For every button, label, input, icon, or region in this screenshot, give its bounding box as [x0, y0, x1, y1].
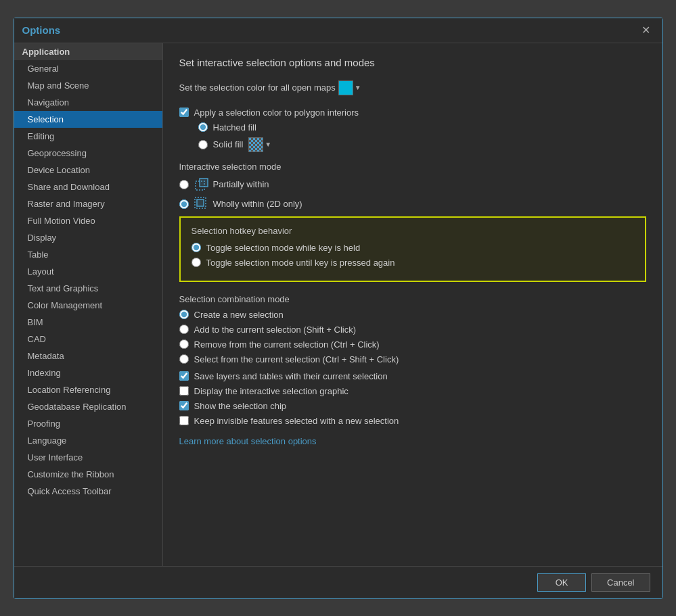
hotkey-option2-row: Toggle selection mode until key is press…	[191, 258, 634, 268]
dialog-title: Options	[22, 24, 61, 36]
show-chip-checkbox[interactable]	[179, 401, 189, 410]
sidebar-item-proofing[interactable]: Proofing	[14, 415, 162, 432]
main-content: Set interactive selection options and mo…	[163, 43, 662, 566]
ok-button[interactable]: OK	[537, 573, 586, 592]
sidebar-section-header-application: Application	[14, 43, 162, 60]
hotkey-option1-row: Toggle selection mode while key is held	[191, 243, 634, 253]
section-title: Set interactive selection options and mo…	[179, 57, 646, 68]
learn-more-link[interactable]: Learn more about selection options	[179, 436, 317, 446]
combo-option3-radio[interactable]	[179, 354, 189, 364]
save-layers-row: Save layers and tables with their curren…	[179, 371, 646, 381]
sidebar-item-color-management[interactable]: Color Management	[14, 297, 162, 314]
sidebar-item-language[interactable]: Language	[14, 432, 162, 449]
partially-within-radio[interactable]	[179, 180, 189, 189]
svg-rect-3	[197, 199, 204, 206]
hotkey-option1-radio[interactable]	[191, 243, 201, 252]
display-graphic-row: Display the interactive selection graphi…	[179, 386, 646, 396]
solid-fill-swatch[interactable]	[248, 137, 263, 152]
polygon-interiors-checkbox[interactable]	[179, 108, 189, 117]
hotkey-box-title: Selection hotkey behavior	[191, 226, 634, 236]
sidebar-item-text-and-graphics[interactable]: Text and Graphics	[14, 280, 162, 297]
solid-fill-row: Solid fill ▼	[179, 137, 646, 152]
sidebar-item-location-referencing[interactable]: Location Referencing	[14, 381, 162, 398]
sidebar-item-full-motion-video[interactable]: Full Motion Video	[14, 212, 162, 229]
solid-fill-swatch-container: ▼	[248, 137, 271, 152]
selection-color-row: Set the selection color for all open map…	[179, 80, 646, 95]
dialog-body: Application General Map and Scene Naviga…	[14, 43, 662, 566]
sidebar-item-device-location[interactable]: Device Location	[14, 162, 162, 179]
sidebar-item-bim[interactable]: BIM	[14, 314, 162, 331]
interactive-mode-label: Interactive selection mode	[179, 162, 646, 172]
sidebar-item-raster-and-imagery[interactable]: Raster and Imagery	[14, 195, 162, 212]
combination-mode-label: Selection combination mode	[179, 294, 646, 304]
sidebar: Application General Map and Scene Naviga…	[14, 43, 163, 566]
wholly-within-icon	[194, 197, 209, 212]
sidebar-item-quick-access-toolbar[interactable]: Quick Access Toolbar	[14, 483, 162, 500]
wholly-within-row: Wholly within (2D only)	[179, 197, 646, 212]
polygon-interiors-label: Apply a selection color to polygon inter…	[194, 108, 359, 118]
combo-option3-label: Select from the current selection (Ctrl …	[194, 354, 399, 364]
polygon-interiors-row: Apply a selection color to polygon inter…	[179, 108, 646, 118]
sidebar-item-share-and-download[interactable]: Share and Download	[14, 179, 162, 195]
solid-fill-radio[interactable]	[198, 140, 208, 149]
keep-invisible-checkbox[interactable]	[179, 416, 189, 425]
combo-option2-radio[interactable]	[179, 339, 189, 349]
combo-option0-row: Create a new selection	[179, 310, 646, 320]
combo-option1-radio[interactable]	[179, 325, 189, 334]
hotkey-option2-label: Toggle selection mode until key is press…	[206, 258, 395, 268]
sidebar-item-display[interactable]: Display	[14, 229, 162, 246]
hatched-fill-radio[interactable]	[198, 122, 208, 132]
dialog-titlebar: Options ✕	[14, 18, 662, 43]
keep-invisible-label: Keep invisible features selected with a …	[194, 416, 399, 426]
sidebar-item-metadata[interactable]: Metadata	[14, 348, 162, 364]
sidebar-item-indexing[interactable]: Indexing	[14, 364, 162, 381]
wholly-within-radio[interactable]	[179, 199, 189, 209]
solid-fill-label: Solid fill	[213, 139, 244, 149]
sidebar-item-selection[interactable]: Selection	[14, 111, 162, 128]
solid-fill-dropdown-arrow[interactable]: ▼	[265, 141, 271, 148]
hatched-fill-row: Hatched fill	[179, 122, 646, 133]
sidebar-item-editing[interactable]: Editing	[14, 128, 162, 145]
sidebar-item-customize-ribbon[interactable]: Customize the Ribbon	[14, 466, 162, 483]
sidebar-item-map-and-scene[interactable]: Map and Scene	[14, 77, 162, 94]
keep-invisible-row: Keep invisible features selected with a …	[179, 416, 646, 426]
svg-rect-1	[200, 179, 208, 187]
show-chip-row: Show the selection chip	[179, 401, 646, 411]
combo-option0-label: Create a new selection	[194, 310, 284, 320]
dialog-footer: OK Cancel	[14, 566, 662, 598]
show-chip-label: Show the selection chip	[194, 401, 287, 411]
display-graphic-label: Display the interactive selection graphi…	[194, 386, 348, 396]
sidebar-item-cad[interactable]: CAD	[14, 331, 162, 348]
selection-color-block: Set the selection color for all open map…	[179, 80, 646, 95]
save-layers-label: Save layers and tables with their curren…	[194, 371, 388, 381]
combo-option3-row: Select from the current selection (Ctrl …	[179, 354, 646, 364]
sidebar-item-geoprocessing[interactable]: Geoprocessing	[14, 145, 162, 162]
save-layers-checkbox[interactable]	[179, 371, 189, 381]
partially-within-label: Partially within	[213, 179, 269, 189]
selection-color-label: Set the selection color for all open map…	[179, 82, 336, 93]
sidebar-item-layout[interactable]: Layout	[14, 263, 162, 280]
combo-option2-label: Remove from the current selection (Ctrl …	[194, 339, 380, 350]
combo-option0-radio[interactable]	[179, 310, 189, 319]
combo-option1-row: Add to the current selection (Shift + Cl…	[179, 325, 646, 335]
wholly-within-label: Wholly within (2D only)	[213, 199, 302, 209]
sidebar-item-general[interactable]: General	[14, 60, 162, 77]
display-graphic-checkbox[interactable]	[179, 386, 189, 396]
sidebar-item-user-interface[interactable]: User Interface	[14, 449, 162, 466]
hotkey-behavior-box: Selection hotkey behavior Toggle selecti…	[179, 216, 646, 282]
hotkey-option1-label: Toggle selection mode while key is held	[206, 243, 361, 253]
options-dialog: Options ✕ Application General Map and Sc…	[14, 18, 663, 599]
selection-color-dropdown-arrow[interactable]: ▼	[355, 84, 361, 91]
partially-within-icon	[194, 177, 209, 192]
close-button[interactable]: ✕	[637, 24, 654, 37]
cancel-button[interactable]: Cancel	[591, 573, 650, 592]
partially-within-row: Partially within	[179, 177, 646, 192]
sidebar-item-geodatabase-replication[interactable]: Geodatabase Replication	[14, 398, 162, 415]
hotkey-option2-radio[interactable]	[191, 258, 201, 267]
selection-color-swatch[interactable]	[338, 80, 353, 95]
combo-option2-row: Remove from the current selection (Ctrl …	[179, 339, 646, 350]
sidebar-item-navigation[interactable]: Navigation	[14, 94, 162, 111]
hatched-fill-label: Hatched fill	[213, 122, 256, 133]
combo-option1-label: Add to the current selection (Shift + Cl…	[194, 325, 357, 335]
sidebar-item-table[interactable]: Table	[14, 246, 162, 263]
